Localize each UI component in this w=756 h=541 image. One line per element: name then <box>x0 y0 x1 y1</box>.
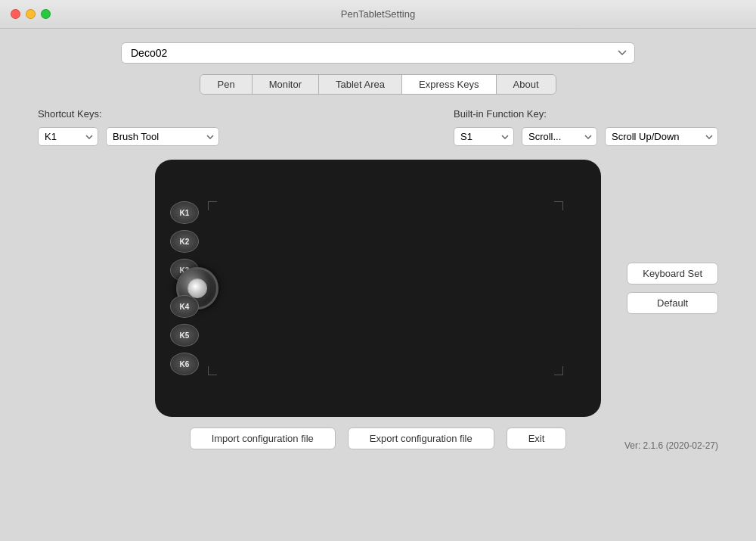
window-controls <box>11 9 51 19</box>
device-selector[interactable]: Deco02 <box>121 42 635 64</box>
express-keys-bottom: K4 K5 K6 <box>170 295 199 375</box>
builtin-function-label: Built-in Function Key: <box>454 108 718 120</box>
titlebar: PenTabletSetting <box>0 0 756 29</box>
corner-marker-tr <box>554 201 563 210</box>
shortcut-keys-label: Shortcut Keys: <box>38 108 219 120</box>
close-button[interactable] <box>11 9 20 19</box>
builtin-function-row: S1 S2 Scroll... ZoomRotate Scroll Up/Dow… <box>454 127 718 146</box>
tab-express-keys[interactable]: Express Keys <box>402 75 496 94</box>
shortcut-key-select[interactable]: K1 K2K3K4K5K6 <box>38 127 98 146</box>
builtin-function-group: Built-in Function Key: S1 S2 Scroll... Z… <box>454 108 718 146</box>
export-config-button[interactable]: Export configuration file <box>348 428 494 449</box>
builtin-key-select[interactable]: S1 S2 <box>454 127 514 146</box>
tablet-section: K1 K2 K3 K4 K5 K6 Keyboard Set Default <box>23 160 733 417</box>
tablet-visual: K1 K2 K3 K4 K5 K6 <box>155 160 601 417</box>
tab-monitor[interactable]: Monitor <box>253 75 319 94</box>
builtin-mode-select[interactable]: Scroll... ZoomRotate <box>522 127 597 146</box>
app-title: PenTabletSetting <box>341 8 415 20</box>
minimize-button[interactable] <box>26 9 36 19</box>
key-k5[interactable]: K5 <box>170 324 199 347</box>
tab-about[interactable]: About <box>497 75 556 94</box>
exit-button[interactable]: Exit <box>507 428 567 449</box>
key-k1[interactable]: K1 <box>170 201 199 224</box>
builtin-direction-select[interactable]: Scroll Up/Down Scroll Left/RightZoom In/… <box>605 127 718 146</box>
corner-marker-bl <box>208 366 217 375</box>
key-k4[interactable]: K4 <box>170 295 199 318</box>
key-k2[interactable]: K2 <box>170 230 199 253</box>
default-button[interactable]: Default <box>627 292 718 314</box>
tab-pen[interactable]: Pen <box>200 75 252 94</box>
controls-area: Shortcut Keys: K1 K2K3K4K5K6 Brush Tool … <box>23 108 733 146</box>
tab-tablet-area[interactable]: Tablet Area <box>319 75 402 94</box>
keyboard-set-button[interactable]: Keyboard Set <box>627 263 718 284</box>
corner-marker-br <box>554 366 563 375</box>
maximize-button[interactable] <box>41 9 51 19</box>
bottom-row: Import configuration file Export configu… <box>23 417 733 449</box>
tab-bar: Pen Monitor Tablet Area Express Keys Abo… <box>200 74 556 95</box>
version-label: Ver: 2.1.6 (2020-02-27) <box>624 440 718 451</box>
right-panel: Keyboard Set Default <box>627 263 718 314</box>
device-selector-wrapper: Deco02 <box>121 42 635 64</box>
corner-marker-tl <box>208 201 217 210</box>
shortcut-function-select[interactable]: Brush Tool EraserZoom InZoom OutUndoRedo <box>106 127 219 146</box>
import-config-button[interactable]: Import configuration file <box>190 428 336 449</box>
shortcut-keys-row: K1 K2K3K4K5K6 Brush Tool EraserZoom InZo… <box>38 127 219 146</box>
bottom-buttons: Import configuration file Export configu… <box>38 428 718 449</box>
shortcut-keys-group: Shortcut Keys: K1 K2K3K4K5K6 Brush Tool … <box>38 108 219 146</box>
key-k6[interactable]: K6 <box>170 353 199 375</box>
main-content: Deco02 Pen Monitor Tablet Area Express K… <box>0 29 756 541</box>
